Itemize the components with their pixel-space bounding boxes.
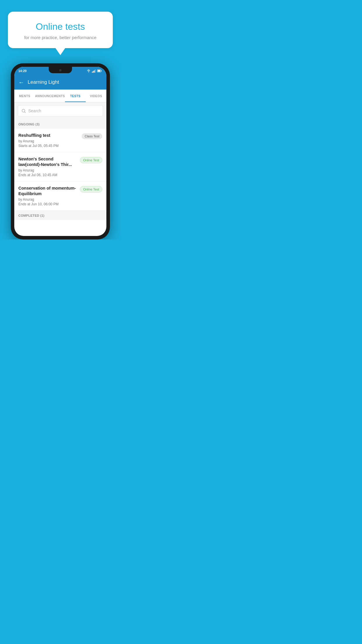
- tab-ments[interactable]: MENTS: [14, 90, 35, 102]
- status-time: 14:29: [18, 69, 27, 73]
- app-bar-title: Learning Light: [28, 79, 59, 85]
- test-info-conservation: Conservation of momentum-Equilibrium by …: [18, 186, 80, 206]
- tab-announcements[interactable]: ANNOUNCEMENTS: [35, 90, 65, 102]
- completed-header-text: COMPLETED (1): [18, 214, 44, 217]
- tab-tests[interactable]: TESTS: [65, 90, 86, 102]
- test-author-reshuffling: by Anurag: [18, 139, 79, 143]
- test-name-newton: Newton's Second law(contd)-Newton's Thir…: [18, 156, 77, 167]
- svg-rect-1: [92, 72, 93, 73]
- test-author-conservation: by Anurag: [18, 197, 77, 202]
- tabs-row: MENTS ANNOUNCEMENTS TESTS VIDEOS: [14, 90, 106, 102]
- wifi-icon: [87, 69, 91, 73]
- test-badge-conservation: Online Test: [80, 186, 102, 192]
- bubble-subtitle: for more practice, better performance: [16, 35, 105, 40]
- test-name-reshuffling: Reshuffling test: [18, 133, 79, 138]
- signal-icon: [92, 69, 96, 73]
- search-bar[interactable]: Search: [18, 105, 103, 116]
- test-info-reshuffling: Reshuffling test by Anurag Starts at Jul…: [18, 133, 82, 148]
- search-placeholder: Search: [28, 108, 41, 113]
- svg-rect-4: [95, 69, 96, 73]
- test-badge-newton: Online Test: [80, 157, 102, 163]
- test-author-newton: by Anurag: [18, 168, 77, 172]
- ongoing-header-text: ONGOING (3): [18, 123, 40, 126]
- phone-screen: 14:29: [14, 67, 106, 236]
- svg-rect-6: [98, 70, 100, 72]
- app-bar: ← Learning Light: [14, 75, 106, 90]
- test-time-newton: Ends at Jul 06, 10:45 AM: [18, 173, 77, 177]
- test-item-newton[interactable]: Newton's Second law(contd)-Newton's Thir…: [14, 152, 106, 181]
- promo-section: Online tests for more practice, better p…: [0, 0, 121, 48]
- status-icons: [87, 69, 102, 73]
- svg-point-0: [88, 72, 89, 73]
- svg-rect-2: [93, 71, 94, 73]
- test-badge-reshuffling: Class Test: [82, 133, 102, 139]
- search-container: Search: [14, 102, 106, 119]
- phone-device: 14:29: [11, 63, 110, 239]
- test-name-conservation: Conservation of momentum-Equilibrium: [18, 186, 77, 197]
- svg-rect-3: [94, 70, 95, 73]
- test-info-newton: Newton's Second law(contd)-Newton's Thir…: [18, 156, 80, 177]
- test-time-conservation: Ends at Jun 10, 06:00 PM: [18, 202, 77, 206]
- search-icon: [22, 109, 26, 113]
- phone-frame: 14:29: [11, 63, 110, 239]
- ongoing-section-header: ONGOING (3): [14, 119, 106, 129]
- test-time-reshuffling: Starts at Jul 05, 05:45 PM: [18, 144, 79, 148]
- phone-notch: [49, 67, 72, 73]
- bubble-title: Online tests: [16, 21, 105, 32]
- tab-videos[interactable]: VIDEOS: [86, 90, 106, 102]
- back-button[interactable]: ←: [18, 79, 24, 85]
- phone-camera: [59, 69, 61, 71]
- completed-section-header: COMPLETED (1): [14, 211, 106, 220]
- test-item-conservation[interactable]: Conservation of momentum-Equilibrium by …: [14, 181, 106, 211]
- speech-bubble: Online tests for more practice, better p…: [8, 12, 113, 48]
- test-item-reshuffling[interactable]: Reshuffling test by Anurag Starts at Jul…: [14, 129, 106, 152]
- battery-icon: [97, 69, 102, 72]
